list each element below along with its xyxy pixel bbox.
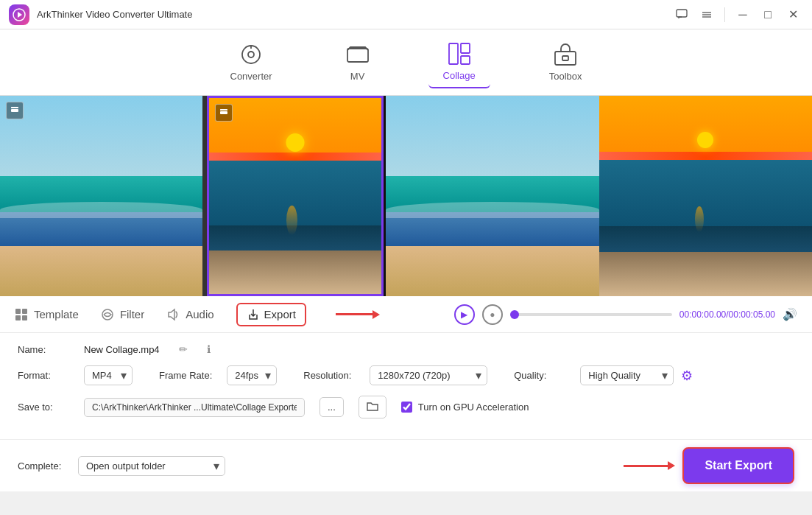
framerate-label: Frame Rate: [159,370,212,381]
framerate-select-wrap: 24fps30fps60fps [227,365,277,385]
format-select-wrap: MP4MOVAVI [84,365,133,385]
total-time: 00:00:05.00 [729,309,775,320]
preview-area [0,96,812,296]
format-row: Format: MP4MOVAVI Frame Rate: 24fps30fps… [18,365,794,385]
beach-image-2 [209,98,381,294]
close-button[interactable]: ✕ [783,4,803,25]
saveto-row: Save to: ... Turn on GPU Acceleration [18,396,794,418]
svg-rect-20 [220,109,227,111]
separator [724,7,725,22]
svg-marker-1 [18,12,22,18]
format-select[interactable]: MP4MOVAVI [84,365,133,385]
player-controls: ▶ ● 00:00:00.00/00:00:05.00 🔊 [454,304,797,325]
tab-export[interactable]: Export [236,303,306,326]
gpu-checkbox[interactable] [401,402,412,413]
start-export-button[interactable]: Start Export [682,447,794,484]
framerate-select[interactable]: 24fps30fps60fps [227,365,277,385]
tab-filter[interactable]: Filter [101,302,144,327]
name-value: New Collage.mp4 [84,344,160,355]
saveto-label: Save to: [18,402,69,413]
nav-item-mv[interactable]: MV [331,37,384,88]
info-icon[interactable]: ℹ [207,343,211,355]
svg-rect-21 [15,309,21,314]
nav-bar: Converter MV Collage Toolbox [0,29,812,96]
saveto-path-input[interactable] [84,398,305,417]
titlebar: ArkThinker Video Converter Ultimate ─ □ … [0,0,812,29]
add-media-icon-2[interactable] [215,104,233,122]
svg-rect-2 [677,10,687,17]
nav-label-collage: Collage [443,70,476,81]
svg-rect-23 [15,315,21,320]
complete-select[interactable]: Open output folderDo nothingShut down [78,456,225,476]
quality-wrap: High QualityMedium QualityLow Quality ⚙ [580,365,693,385]
svg-rect-13 [461,43,470,53]
nav-item-converter[interactable]: Converter [216,37,287,88]
stop-button[interactable]: ● [482,304,503,325]
svg-rect-12 [449,43,458,64]
tab-filter-label: Filter [120,308,144,320]
edit-icon[interactable]: ✏ [179,343,188,355]
svg-rect-24 [22,315,27,320]
menu-button[interactable] [696,4,717,25]
svg-rect-18 [11,107,18,108]
settings-area: Name: New Collage.mp4 ✏ ℹ Format: MP4MOV… [0,333,812,439]
name-row: Name: New Collage.mp4 ✏ ℹ [18,343,794,355]
gpu-acceleration-row: Turn on GPU Acceleration [401,402,529,413]
tab-template[interactable]: Template [15,302,79,327]
progress-bar[interactable] [510,313,672,316]
titlebar-controls: ─ □ ✕ [671,4,803,25]
name-label: Name: [18,344,69,355]
tab-template-label: Template [34,308,79,320]
nav-item-collage[interactable]: Collage [428,36,490,88]
complete-label: Complete: [18,460,69,472]
app-logo [9,4,29,25]
start-export-arrow [624,461,675,470]
time-display: 00:00:00.00/00:00:05.00 [679,309,775,320]
nav-label-toolbox: Toolbox [549,71,582,82]
beach-image-4 [599,96,813,296]
svg-rect-22 [22,309,27,314]
export-indicator-arrow [336,310,380,319]
quality-select[interactable]: High QualityMedium QualityLow Quality [580,365,674,385]
quality-label: Quality: [514,370,565,381]
beach-image-1 [0,96,202,296]
browse-button[interactable]: ... [319,397,344,417]
resolution-label: Resolution: [303,370,355,381]
quality-gear-icon[interactable]: ⚙ [681,368,693,384]
resolution-select-wrap: 1280x720 (720p)1920x1080 (1080p)3840x216… [370,365,487,385]
svg-rect-16 [562,56,568,60]
nav-item-toolbox[interactable]: Toolbox [534,37,597,88]
svg-rect-9 [347,49,368,62]
quality-select-wrap: High QualityMedium QualityLow Quality [580,365,674,385]
tab-audio-label: Audio [186,308,213,320]
svg-rect-15 [555,52,576,65]
play-button[interactable]: ▶ [454,304,475,325]
start-export-container: Start Export [624,447,794,484]
maximize-button[interactable]: □ [758,4,778,25]
progress-dot [510,310,519,319]
gpu-label: Turn on GPU Acceleration [418,402,529,413]
preview-panel-3[interactable] [386,96,599,296]
complete-row: Complete: Open output folderDo nothingSh… [18,456,225,476]
minimize-button[interactable]: ─ [732,4,753,25]
preview-panel-4[interactable] [599,96,813,296]
chat-button[interactable] [671,4,692,25]
preview-panel-2[interactable] [207,96,384,296]
svg-rect-19 [220,111,227,114]
svg-rect-14 [461,56,470,64]
svg-rect-17 [11,109,18,112]
folder-button[interactable] [359,396,386,418]
beach-image-3 [386,96,599,296]
current-time: 00:00:00.00 [679,309,726,320]
nav-label-mv: MV [350,71,365,82]
resolution-select[interactable]: 1280x720 (720p)1920x1080 (1080p)3840x216… [370,365,487,385]
svg-point-7 [248,52,254,57]
complete-select-wrap: Open output folderDo nothingShut down [78,456,225,476]
add-media-icon-1[interactable] [6,102,24,119]
preview-panel-1[interactable] [0,96,202,296]
bottom-row: Complete: Open output folderDo nothingSh… [0,439,812,491]
volume-icon[interactable]: 🔊 [783,307,797,321]
tab-export-label: Export [264,308,296,320]
tab-audio[interactable]: Audio [166,302,213,327]
tabbar: Template Filter Audio Export ▶ ● [0,296,812,333]
